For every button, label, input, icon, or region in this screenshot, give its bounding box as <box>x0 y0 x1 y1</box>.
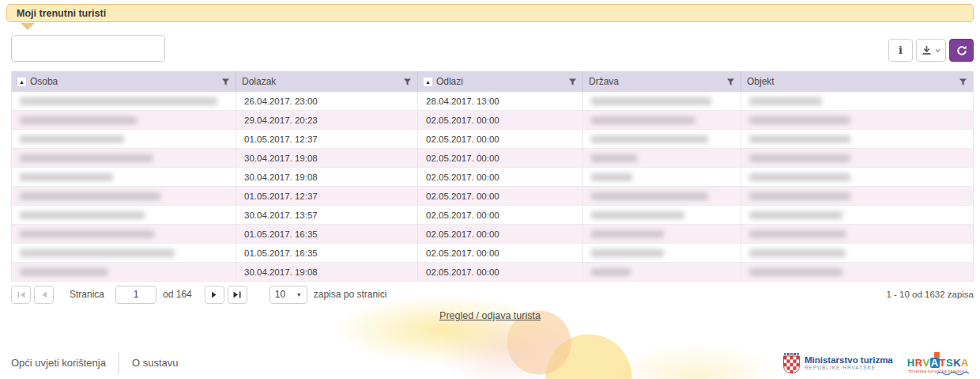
table-row[interactable]: 30.04.2017. 13:5702.05.2017. 00:00 <box>12 206 973 225</box>
table-row[interactable]: 01.05.2017. 12:3702.05.2017. 00:00 <box>12 130 973 149</box>
page-title-band: Moji trenutni turisti <box>6 4 974 22</box>
cell-odlazi: 02.05.2017. 00:00 <box>418 111 583 129</box>
cell-objekt <box>741 187 973 205</box>
cell-objekt <box>741 111 973 129</box>
redacted-text <box>749 154 850 162</box>
cell-objekt <box>741 149 973 167</box>
cell-osoba <box>12 187 236 205</box>
column-header-drzava[interactable]: Država <box>583 71 741 92</box>
cell-odlazi: 02.05.2017. 00:00 <box>418 206 583 224</box>
info-icon: i <box>899 44 903 56</box>
cell-odlazi: 02.05.2017. 00:00 <box>418 225 583 243</box>
htz-letter: V <box>923 358 930 368</box>
cell-objekt <box>741 130 973 148</box>
cell-drzava <box>583 130 741 148</box>
redacted-text <box>20 154 153 162</box>
cell-drzava <box>583 244 741 262</box>
sort-ascending-icon: ▲ <box>17 78 26 86</box>
redacted-text <box>749 116 850 124</box>
export-button[interactable] <box>916 39 946 62</box>
table-row[interactable]: 01.05.2017. 16:3502.05.2017. 00:00 <box>12 244 973 263</box>
footer: Opći uvjeti korištenja O sustavu <box>0 347 980 379</box>
cell-dolazak: 01.05.2017. 12:37 <box>236 130 418 148</box>
filter-funnel-icon[interactable] <box>403 78 412 86</box>
redacted-text <box>749 135 850 143</box>
checkout-tourists-link[interactable]: Pregled / odjava turista <box>439 310 541 321</box>
refresh-button[interactable] <box>949 39 974 62</box>
about-link[interactable]: O sustavu <box>132 357 179 369</box>
grid-toolbar: i <box>888 39 974 62</box>
htz-letter: R <box>915 358 923 368</box>
column-label: Odlazi <box>436 76 463 87</box>
cell-odlazi: 28.04.2017. 13:00 <box>418 92 583 110</box>
records-info: 1 - 10 od 1632 zapisa <box>886 290 974 299</box>
redacted-text <box>591 97 711 105</box>
redacted-text <box>749 268 842 276</box>
ministry-subtitle: REPUBLIKE HRVATSKE <box>805 365 893 370</box>
previous-page-button[interactable] <box>34 286 54 304</box>
redacted-text <box>20 268 108 276</box>
filter-funnel-icon[interactable] <box>726 78 735 86</box>
last-page-button[interactable] <box>228 286 247 304</box>
page-size-select[interactable]: 10 ▼ <box>270 286 307 304</box>
redacted-text <box>20 211 145 219</box>
cell-drzava <box>583 111 741 129</box>
cell-osoba <box>12 244 236 262</box>
info-button[interactable]: i <box>888 39 913 62</box>
croatian-tourist-board-logo: HRVATSKA Hrvatska turistička zajednica <box>907 352 969 373</box>
table-row[interactable]: 29.04.2017. 20:2302.05.2017. 00:00 <box>12 111 973 130</box>
filter-funnel-icon[interactable] <box>221 78 230 86</box>
cell-objekt <box>741 168 973 186</box>
redacted-text <box>591 192 708 200</box>
next-page-button[interactable] <box>205 286 224 304</box>
redacted-text <box>591 230 664 238</box>
redacted-text <box>749 97 822 105</box>
page-number-input[interactable] <box>115 286 156 304</box>
redacted-text <box>591 211 684 219</box>
download-icon <box>922 45 932 55</box>
redacted-text <box>20 230 154 238</box>
redacted-text <box>20 135 124 143</box>
redacted-text <box>591 249 664 257</box>
redacted-text <box>749 211 842 219</box>
chevron-down-icon: ▼ <box>296 292 302 298</box>
tab-pointer-icon <box>21 23 35 30</box>
terms-link[interactable]: Opći uvjeti korištenja <box>11 357 106 369</box>
column-header-objekt[interactable]: Objekt <box>741 71 973 92</box>
page-title: Moji trenutni turisti <box>17 8 106 19</box>
cell-objekt <box>741 225 973 243</box>
table-row[interactable]: 01.05.2017. 12:3702.05.2017. 00:00 <box>12 187 973 206</box>
cell-objekt <box>741 244 973 262</box>
redacted-text <box>20 173 113 181</box>
first-page-button[interactable] <box>11 286 31 304</box>
redacted-text <box>20 249 175 257</box>
page-size-label: zapisa po stranici <box>314 289 387 300</box>
cell-odlazi: 02.05.2017. 00:00 <box>418 168 583 186</box>
table-body: 26.04.2017. 23:0028.04.2017. 13:0029.04.… <box>12 92 973 282</box>
column-header-odlazi[interactable]: ▲ Odlazi <box>418 71 583 92</box>
table-row[interactable]: 30.04.2017. 19:0802.05.2017. 00:00 <box>12 168 973 187</box>
pagination-bar: Stranica od 164 10 ▼ zapisa po stranici … <box>11 284 974 305</box>
filter-funnel-icon[interactable] <box>959 78 967 86</box>
cell-objekt <box>741 92 973 110</box>
cell-odlazi: 02.05.2017. 00:00 <box>418 149 583 167</box>
cell-osoba <box>12 149 236 167</box>
cell-dolazak: 26.04.2017. 23:00 <box>236 92 418 110</box>
search-input[interactable] <box>11 35 165 62</box>
redacted-text <box>749 249 846 257</box>
column-header-osoba[interactable]: ▲ Osoba <box>12 71 236 92</box>
column-label: Država <box>589 76 619 87</box>
filter-funnel-icon[interactable] <box>568 78 577 86</box>
cell-odlazi: 02.05.2017. 00:00 <box>418 187 583 205</box>
page-count-label: od 164 <box>163 289 192 300</box>
column-header-dolazak[interactable]: Dolazak <box>236 71 418 92</box>
table-row[interactable]: 30.04.2017. 19:0802.05.2017. 00:00 <box>12 263 973 282</box>
cell-dolazak: 01.05.2017. 16:35 <box>236 225 418 243</box>
table-header: ▲ Osoba Dolazak ▲ Odlazi Država <box>12 71 973 92</box>
table-row[interactable]: 26.04.2017. 23:0028.04.2017. 13:00 <box>12 92 973 111</box>
table-row[interactable]: 30.04.2017. 19:0802.05.2017. 00:00 <box>12 149 973 168</box>
cell-odlazi: 02.05.2017. 00:00 <box>418 130 583 148</box>
cell-drzava <box>583 263 741 281</box>
cell-osoba <box>12 168 236 186</box>
table-row[interactable]: 01.05.2017. 16:3502.05.2017. 00:00 <box>12 225 973 244</box>
